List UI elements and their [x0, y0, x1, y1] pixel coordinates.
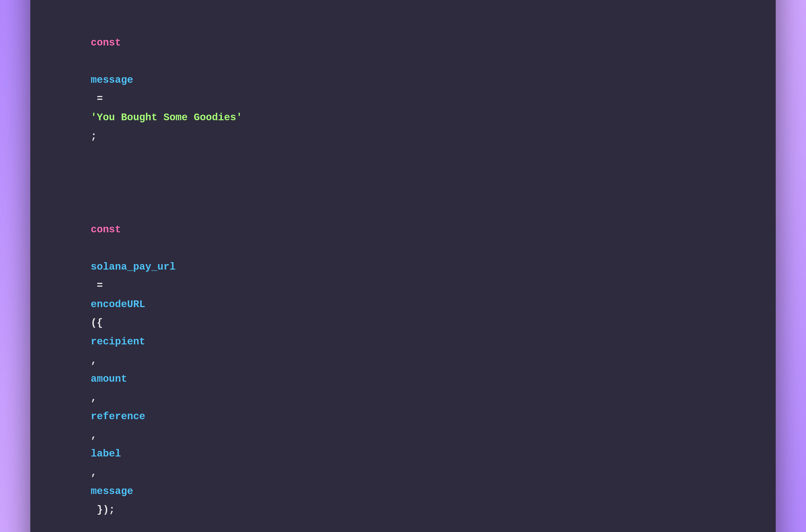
param-label: label	[91, 448, 121, 460]
param-reference: reference	[91, 411, 145, 422]
string-message: 'You Bought Some Goodies'	[91, 112, 242, 124]
code-window: Uploaded using RayThis Extension export …	[30, 0, 776, 532]
param-message: message	[91, 486, 133, 497]
code-editor: export default function Home () { const …	[30, 0, 776, 532]
var-message: message	[91, 74, 133, 86]
blank-line	[54, 165, 752, 183]
param-recipient: recipient	[91, 336, 145, 347]
fn-encodeurl: encodeURL	[91, 299, 145, 310]
keyword-const: const	[91, 224, 121, 235]
code-line-8: const solana_pay_url = encodeURL ({ reci…	[54, 183, 752, 532]
keyword-const: const	[91, 37, 121, 49]
var-solana-pay-url: solana_pay_url	[91, 261, 175, 273]
code-line-7: const message = 'You Bought Some Goodies…	[54, 0, 752, 165]
param-amount: amount	[91, 373, 127, 385]
